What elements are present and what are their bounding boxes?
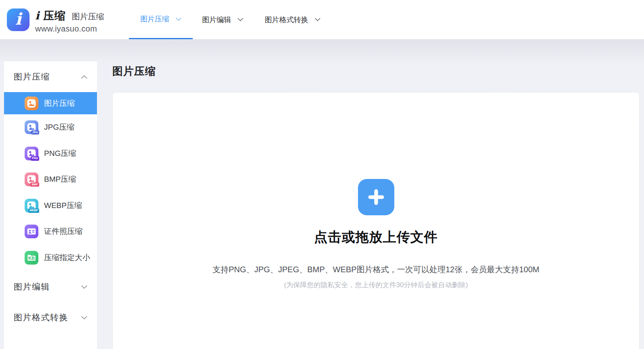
page-title: 图片压缩 <box>112 64 156 78</box>
sidebar: 图片压缩 图片压缩 JPG JPG压缩 <box>4 61 97 349</box>
upload-plus-button[interactable] <box>358 179 394 215</box>
site-domain: www.iyasuo.com <box>35 24 104 34</box>
format-badge: WEBP <box>28 208 39 212</box>
image-icon <box>25 97 38 110</box>
content-area: 图片压缩 图片压缩 JPG JPG压缩 <box>0 39 644 349</box>
image-icon: BMP <box>25 172 38 186</box>
chevron-down-icon <box>81 316 87 320</box>
site-logo[interactable]: i i 压缩 图片压缩 www.iyasuo.com <box>7 8 104 34</box>
sidebar-item-image-compress[interactable]: 图片压缩 <box>4 92 97 114</box>
sidebar-section-label: 图片格式转换 <box>14 312 68 323</box>
sidebar-item-bmp-compress[interactable]: BMP BMP压缩 <box>4 166 97 193</box>
header: i i 压缩 图片压缩 www.iyasuo.com 图片压缩 图片编辑 图 <box>0 0 644 39</box>
image-icon: WEBP <box>25 199 38 212</box>
brand-title: i 压缩 <box>35 8 66 23</box>
format-badge: JPG <box>31 130 39 135</box>
upload-heading: 点击或拖放上传文件 <box>113 228 639 246</box>
chevron-down-icon <box>238 18 243 21</box>
sidebar-item-compress-to-size[interactable]: KB 压缩指定大小 <box>4 245 97 271</box>
sidebar-item-label: PNG压缩 <box>44 148 76 159</box>
format-badge: BMP <box>30 183 39 187</box>
sidebar-item-id-photo-compress[interactable]: 证件照压缩 <box>4 219 97 245</box>
folder-icon: KB <box>25 251 38 265</box>
sidebar-section-format-convert[interactable]: 图片格式转换 <box>4 303 97 332</box>
logo-icon: i <box>7 8 29 31</box>
sidebar-item-label: BMP压缩 <box>44 174 76 185</box>
brand-tagline: 图片压缩 <box>72 11 104 22</box>
chevron-down-icon <box>81 285 87 289</box>
id-card-icon <box>25 225 38 238</box>
upload-dropzone[interactable]: 点击或拖放上传文件 支持PNG、JPG、JPEG、BMP、WEBP图片格式，一次… <box>112 92 640 349</box>
logo-letter: i <box>15 11 21 27</box>
page: i i 压缩 图片压缩 www.iyasuo.com 图片压缩 图片编辑 图 <box>0 0 644 349</box>
sidebar-item-label: 压缩指定大小 <box>44 252 90 263</box>
nav-tab-label: 图片压缩 <box>140 14 169 24</box>
sidebar-item-label: 证件照压缩 <box>44 226 82 237</box>
nav-tab-label: 图片编辑 <box>202 15 231 25</box>
sidebar-section-image-compress[interactable]: 图片压缩 <box>4 61 97 92</box>
sidebar-section-image-edit[interactable]: 图片编辑 <box>4 271 97 303</box>
nav-tab-image-edit[interactable]: 图片编辑 <box>191 0 255 39</box>
sidebar-item-label: WEBP压缩 <box>44 200 82 211</box>
nav-tab-format-convert[interactable]: 图片格式转换 <box>253 0 332 39</box>
sidebar-item-label: 图片压缩 <box>44 98 75 109</box>
image-icon: PNG <box>25 147 38 160</box>
nav-tab-label: 图片格式转换 <box>265 15 308 25</box>
upload-privacy-note: (为保障您的隐私安全，您上传的文件30分钟后会被自动删除) <box>113 280 639 290</box>
nav-tab-image-compress[interactable]: 图片压缩 <box>129 0 193 39</box>
sidebar-item-png-compress[interactable]: PNG PNG压缩 <box>4 141 97 167</box>
sidebar-item-jpg-compress[interactable]: JPG JPG压缩 <box>4 114 97 141</box>
sidebar-section-label: 图片压缩 <box>14 71 50 82</box>
chevron-down-icon <box>176 17 181 21</box>
sidebar-section-label: 图片编辑 <box>14 281 50 292</box>
chevron-up-icon <box>81 75 87 79</box>
sidebar-item-label: JPG压缩 <box>44 122 74 132</box>
image-icon: JPG <box>25 120 38 134</box>
format-badge: PNG <box>31 156 39 160</box>
plus-icon <box>365 186 387 208</box>
chevron-down-icon <box>315 18 320 21</box>
sidebar-item-webp-compress[interactable]: WEBP WEBP压缩 <box>4 193 97 219</box>
kb-label: KB <box>25 256 38 261</box>
logo-text: i 压缩 图片压缩 www.iyasuo.com <box>35 8 104 34</box>
upload-support-text: 支持PNG、JPG、JPEG、BMP、WEBP图片格式，一次可以处理12张，会员… <box>113 264 639 275</box>
